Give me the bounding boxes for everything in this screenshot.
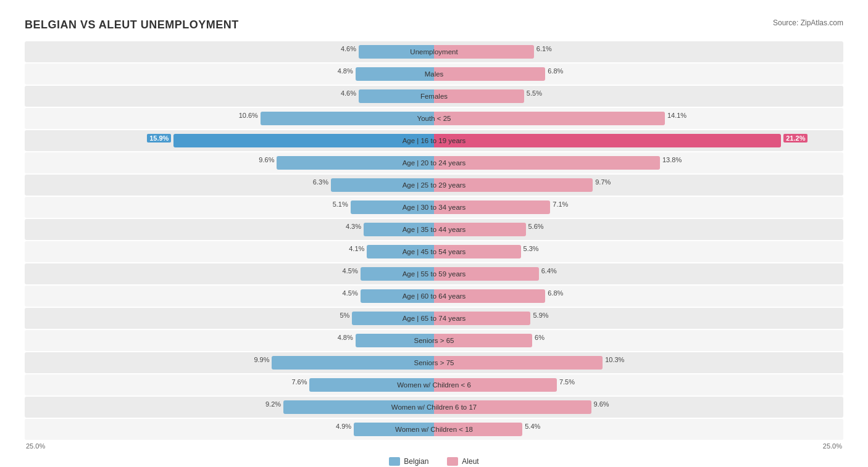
- axis-row: 25.0% 25.0%: [25, 442, 843, 450]
- belgian-value: 4.1%: [349, 245, 364, 252]
- aleut-value: 5.6%: [528, 223, 544, 230]
- chart-header: BELGIAN VS ALEUT UNEMPLOYMENT Source: Zi…: [25, 19, 843, 31]
- bar-row-inner: 9.6% Age | 20 to 24 years 13.8%: [25, 152, 843, 173]
- bar-row: 5.1% Age | 30 to 34 years 7.1%: [25, 197, 843, 218]
- belgian-bar: 4.1%: [367, 245, 434, 258]
- legend-item-aleut: Aleut: [447, 457, 478, 466]
- right-section: 6.8%: [434, 286, 843, 307]
- bar-row: 4.5% Age | 60 to 64 years 6.8%: [25, 286, 843, 307]
- belgian-value: 5.1%: [333, 200, 348, 208]
- bar-row-inner: 4.3% Age | 35 to 44 years 5.6%: [25, 219, 843, 240]
- bar-row: 4.8% Seniors > 65 6%: [25, 330, 843, 351]
- aleut-bar: 5.5%: [434, 89, 524, 103]
- belgian-bar: 9.9%: [272, 356, 434, 370]
- belgian-value: 4.6%: [341, 89, 356, 97]
- bar-row-inner: 4.1% Age | 45 to 54 years 5.3%: [25, 241, 843, 262]
- legend: Belgian Aleut: [25, 457, 843, 466]
- aleut-value: 13.8%: [662, 156, 682, 163]
- aleut-bar: 13.8%: [434, 156, 660, 170]
- aleut-bar: 7.1%: [434, 200, 550, 214]
- legend-color-belgian: [389, 457, 400, 466]
- belgian-value: 9.9%: [254, 356, 269, 363]
- legend-color-aleut: [447, 457, 458, 466]
- belgian-value: 5%: [340, 312, 350, 319]
- chart-body: 4.6% Unemployment 6.1% 4.8% Males: [25, 41, 843, 440]
- left-section: 10.6%: [25, 108, 434, 129]
- right-section: 6.8%: [434, 64, 843, 85]
- left-section: 7.6%: [25, 374, 434, 395]
- legend-label-aleut: Aleut: [462, 457, 478, 466]
- right-section: 6.1%: [434, 41, 843, 62]
- aleut-value: 5.4%: [525, 423, 540, 430]
- aleut-bar: 6.1%: [434, 45, 534, 59]
- belgian-bar: 15.9%: [173, 134, 434, 147]
- right-section: 9.7%: [434, 175, 843, 196]
- left-section: 4.5%: [25, 263, 434, 284]
- belgian-value: 4.8%: [338, 334, 353, 341]
- right-section: 5.4%: [434, 419, 843, 440]
- bar-row-inner: 4.8% Males 6.8%: [25, 64, 843, 85]
- belgian-value: 4.5%: [343, 267, 358, 275]
- left-section: 5.1%: [25, 197, 434, 218]
- chart-container: BELGIAN VS ALEUT UNEMPLOYMENT Source: Zi…: [12, 12, 856, 467]
- chart-title: BELGIAN VS ALEUT UNEMPLOYMENT: [25, 19, 239, 31]
- aleut-value: 21.2%: [783, 134, 807, 143]
- aleut-bar: 6.8%: [434, 67, 545, 81]
- belgian-bar: 4.6%: [359, 89, 434, 103]
- aleut-value: 5.3%: [524, 245, 539, 252]
- belgian-value: 9.6%: [259, 156, 274, 163]
- bar-row: 4.9% Women w/ Children < 18 5.4%: [25, 419, 843, 440]
- belgian-value: 7.6%: [291, 378, 307, 386]
- bar-row: 4.5% Age | 55 to 59 years 6.4%: [25, 263, 843, 284]
- belgian-bar: 6.3%: [331, 178, 434, 192]
- bar-row-inner: 4.5% Age | 55 to 59 years 6.4%: [25, 263, 843, 284]
- aleut-value: 6.1%: [536, 45, 552, 52]
- aleut-bar: 5.3%: [434, 245, 521, 258]
- aleut-bar: 5.6%: [434, 223, 526, 236]
- belgian-bar: 4.9%: [354, 423, 434, 436]
- bar-row: 6.3% Age | 25 to 29 years 9.7%: [25, 175, 843, 196]
- bar-row: 9.6% Age | 20 to 24 years 13.8%: [25, 152, 843, 173]
- left-section: 15.9%: [25, 130, 434, 151]
- bar-row-inner: 7.6% Women w/ Children < 6 7.5%: [25, 374, 843, 395]
- right-section: 21.2%: [434, 130, 843, 151]
- aleut-value: 9.7%: [595, 178, 611, 186]
- belgian-value: 10.6%: [239, 112, 258, 119]
- aleut-value: 5.9%: [533, 312, 548, 319]
- axis-right: 25.0%: [823, 442, 842, 450]
- right-section: 5.3%: [434, 241, 843, 262]
- bar-row: 5% Age | 65 to 74 years 5.9%: [25, 308, 843, 329]
- right-section: 6.4%: [434, 263, 843, 284]
- belgian-bar: 4.3%: [364, 223, 434, 236]
- belgian-bar: 4.8%: [356, 334, 434, 347]
- bar-row-inner: 4.9% Women w/ Children < 18 5.4%: [25, 419, 843, 440]
- right-section: 5.5%: [434, 86, 843, 107]
- belgian-bar: 4.8%: [356, 67, 434, 81]
- bar-row-inner: 10.6% Youth < 25 14.1%: [25, 108, 843, 129]
- bar-row-inner: 5% Age | 65 to 74 years 5.9%: [25, 308, 843, 329]
- aleut-bar: 21.2%: [434, 134, 781, 147]
- bar-row: 9.9% Seniors > 75 10.3%: [25, 352, 843, 373]
- aleut-value: 6.8%: [548, 67, 563, 75]
- belgian-value: 4.3%: [346, 223, 361, 230]
- aleut-bar: 5.4%: [434, 423, 522, 436]
- bar-row-inner: 5.1% Age | 30 to 34 years 7.1%: [25, 197, 843, 218]
- belgian-bar: 5.1%: [351, 200, 434, 214]
- bar-row-inner: 4.8% Seniors > 65 6%: [25, 330, 843, 351]
- aleut-bar: 9.7%: [434, 178, 593, 192]
- bar-row-inner: 4.6% Unemployment 6.1%: [25, 41, 843, 62]
- left-section: 5%: [25, 308, 434, 329]
- bar-row-inner: 9.9% Seniors > 75 10.3%: [25, 352, 843, 373]
- bar-row-inner: 4.6% Females 5.5%: [25, 86, 843, 107]
- aleut-bar: 6.4%: [434, 267, 539, 281]
- aleut-bar: 6%: [434, 334, 532, 347]
- right-section: 5.6%: [434, 219, 843, 240]
- belgian-value: 4.9%: [336, 423, 351, 430]
- bar-row-inner: 9.2% Women w/ Children 6 to 17 9.6%: [25, 397, 843, 418]
- aleut-value: 6.8%: [548, 289, 563, 297]
- belgian-bar: 9.6%: [277, 156, 434, 170]
- belgian-value: 4.5%: [343, 289, 358, 297]
- left-section: 4.8%: [25, 64, 434, 85]
- belgian-bar: 4.5%: [361, 289, 434, 303]
- right-section: 14.1%: [434, 108, 843, 129]
